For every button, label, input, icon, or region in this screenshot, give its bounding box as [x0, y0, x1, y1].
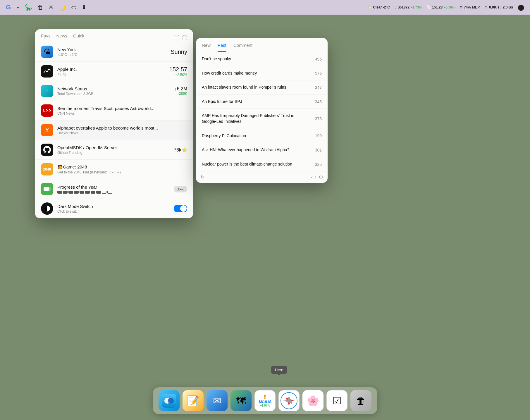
hn-source: Hacker News [57, 131, 187, 135]
dock-safari[interactable] [278, 390, 300, 411]
list-item[interactable]: Raspberry Pi Colocation 199 [196, 129, 328, 143]
network-arrows-icon: ⇅ [485, 5, 488, 9]
hn-comment-count: 496 [310, 57, 322, 61]
dock-mail[interactable]: ✉ [207, 390, 228, 411]
city-name: New York [57, 47, 166, 52]
weather-value: Sunny [171, 49, 187, 55]
tab-favs[interactable]: Favs [41, 33, 51, 42]
tab-quick[interactable]: Quick [73, 33, 84, 42]
list-item[interactable]: Don't be spooky 496 [196, 52, 328, 66]
hn-story-title: How credit cards make money [202, 70, 307, 76]
bitcoin-icon: ₿ [395, 5, 397, 9]
list-item[interactable]: An intact slave's room found in Pompeii'… [196, 80, 328, 95]
hn-comment-count: 199 [310, 133, 322, 138]
hn-story-title: Nuclear power is the best climate-change… [202, 161, 307, 167]
stock-change-pct: +2.50% [169, 73, 187, 77]
temp-range: ↑10°C · ↓6°C [57, 53, 166, 57]
progress-cell [96, 191, 101, 194]
prev-icon[interactable]: ‹ [311, 175, 312, 180]
hn-comment-count: 375 [310, 116, 322, 121]
hn-story-title: An Epic future for SPJ [202, 99, 307, 105]
hn-story-title: An intact slave's room found in Pompeii'… [202, 85, 307, 90]
list-item[interactable]: Nuclear power is the best climate-change… [196, 157, 328, 171]
game-icon: 2048 [41, 163, 53, 175]
game-subtitle: Get to the 2048 Tile! (Keyboard: ↑↓← →) [57, 170, 187, 174]
hn-panel: New Past Comment Don't be spooky 496 How… [196, 38, 328, 183]
refresh-icon[interactable]: ↻ [201, 174, 204, 180]
github-icon[interactable]: ⑂ [16, 4, 20, 11]
list-item[interactable]: OpenIMSDK / Open-IM-Server Github Trendi… [35, 140, 193, 160]
apps-icon[interactable]: ✳ [49, 4, 54, 11]
network-up-rate: ↑286K [174, 92, 187, 96]
progress-cell [102, 191, 106, 194]
person-icon[interactable]: ⬇ [82, 4, 87, 11]
dock-reminders[interactable]: ☑ [326, 390, 347, 411]
mem-stat[interactable]: ⚙ 74% MEM [460, 5, 480, 9]
dock-finder[interactable] [159, 390, 180, 411]
weather-widget-icon: 🌤 [41, 46, 53, 58]
progress-cell [85, 191, 90, 194]
mem-value: 74% [464, 5, 471, 9]
dino-icon[interactable]: 🦕 [25, 4, 32, 11]
darkmode-subtitle: Click to switch [57, 209, 170, 214]
list-item[interactable]: Apple Inc. +3.72 152.57 +2.50% [35, 62, 193, 81]
list-item[interactable]: Y Alphabet overtakes Apple to become wor… [35, 121, 193, 140]
moon-icon[interactable]: 🌙 [59, 4, 66, 11]
tab-new[interactable]: New [202, 43, 211, 52]
cnn-source: CNN News [57, 111, 187, 116]
circle-menu-icon[interactable]: ⬤ [518, 4, 524, 11]
svg-rect-1 [44, 187, 49, 191]
game-item-text: 🧑Game: 2048 Get to the 2048 Tile! (Keybo… [57, 164, 187, 174]
hn-story-title: Ask HN: Whatever happened to Wolfram Alp… [202, 147, 307, 153]
list-item[interactable]: How credit cards make money 576 [196, 66, 328, 81]
dock-bitcoin[interactable]: ₿ $61918 +1.87% [254, 390, 276, 411]
widget-circle-icon[interactable] [182, 35, 187, 40]
list-item[interactable]: Dark Mode Switch Click to switch [35, 199, 193, 218]
dock-photos[interactable]: 🌸 [302, 390, 323, 411]
weather-stat[interactable]: ⛅ Clear -2°C [367, 5, 390, 9]
toggle-knob [180, 205, 187, 212]
tab-comment[interactable]: Comment [233, 43, 252, 52]
bitcoin-stat[interactable]: ₿ $61872 +1.73% [395, 5, 422, 9]
trash-menubar-icon[interactable]: 🗑 [37, 4, 43, 11]
progress-cell [91, 191, 95, 194]
dock-notes[interactable]: 📝 [183, 390, 204, 411]
dock-trash[interactable]: 🗑 [350, 390, 371, 411]
tooltip: Here [271, 366, 287, 374]
progress-cell [68, 191, 73, 194]
list-item[interactable]: 2048 🧑Game: 2048 Get to the 2048 Tile! (… [35, 160, 193, 179]
widget-panel: Favs News Quick 🌤 New York ↑10°C · ↓6°C … [35, 29, 193, 218]
list-item[interactable]: An Epic future for SPJ 345 [196, 95, 328, 109]
hn-comment-count: 345 [310, 99, 322, 104]
stock-change-abs: +3.72 [57, 72, 165, 76]
cnn-item-text: See the moment Travis Scott pauses Astro… [57, 106, 187, 116]
stock-stat[interactable]: 📈 151.28 +0.36% [426, 5, 455, 9]
google-icon[interactable]: G [6, 4, 11, 11]
list-item[interactable]: Progress of the Year 85% [35, 179, 193, 199]
tab-news[interactable]: News [56, 33, 68, 42]
list-item[interactable]: AMP Has Irreparably Damaged Publishers' … [196, 109, 328, 129]
dock: 📝 ✉ 🗺 ₿ $61918 +1.87% 🌸 ☑ 🗑 [153, 387, 377, 414]
list-item[interactable]: CNN See the moment Travis Scott pauses A… [35, 101, 193, 121]
switch-icon[interactable]: ⬭ [71, 4, 76, 11]
widget-tabs: Favs News Quick [35, 29, 193, 42]
network-value: ↓6.2M ↑286K [174, 86, 187, 96]
widget-square-icon[interactable] [174, 35, 179, 40]
tab-past[interactable]: Past [218, 43, 226, 52]
dock-maps[interactable]: 🗺 [230, 390, 252, 411]
darkmode-toggle[interactable] [174, 205, 187, 212]
stock-price: 152.57 [169, 66, 187, 73]
repo-name: OpenIMSDK / Open-IM-Server [57, 145, 170, 150]
hn-tabs: New Past Comment [196, 38, 328, 52]
weather-item-text: New York ↑10°C · ↓6°C [57, 47, 166, 57]
bitcoin-change: +1.73% [411, 6, 422, 9]
list-item[interactable]: ↑ Network Status Total Download: 3.3GB ↓… [35, 81, 193, 101]
next-icon[interactable]: › [315, 175, 316, 180]
settings-icon[interactable]: ⚙ [319, 174, 323, 180]
stock-name: Apple Inc. [57, 67, 165, 72]
network-stat[interactable]: ⇅ 0.0K/s / 2.0K/s [485, 5, 513, 9]
progress-cell [80, 191, 84, 194]
network-item-text: Network Status Total Download: 3.3GB [57, 86, 170, 96]
list-item[interactable]: Ask HN: Whatever happened to Wolfram Alp… [196, 143, 328, 157]
list-item[interactable]: 🌤 New York ↑10°C · ↓6°C Sunny [35, 42, 193, 62]
